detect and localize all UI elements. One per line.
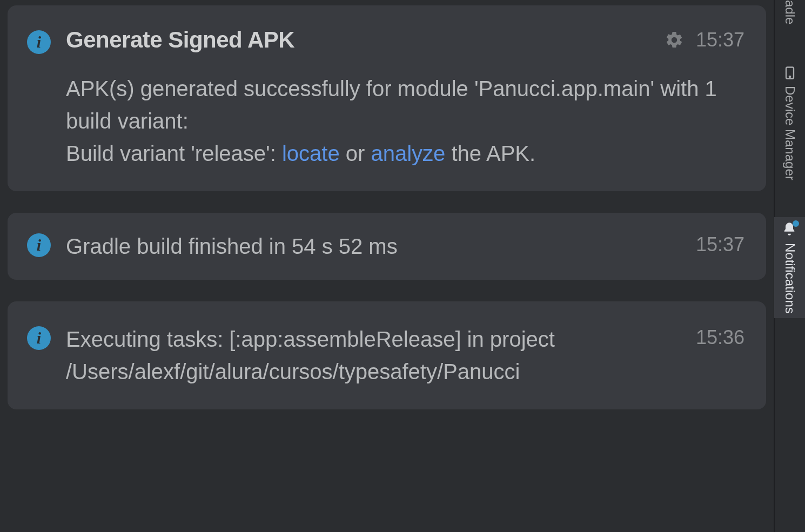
notification-card: i Executing tasks: [:app:assembleRelease… (8, 301, 766, 409)
notification-dot (793, 220, 799, 227)
notification-card: i Gradle build finished in 54 s 52 ms 15… (8, 213, 766, 280)
tab-label: adle (782, 0, 797, 24)
notification-title: Generate Signed APK (66, 27, 653, 53)
gear-icon[interactable] (663, 29, 685, 51)
message-text: the APK. (445, 142, 535, 165)
bell-icon (782, 221, 798, 238)
device-icon (782, 65, 797, 80)
tab-label: Device Manager (782, 86, 797, 180)
notification-message: Executing tasks: [:app:assembleRelease] … (66, 323, 685, 388)
notification-body: Generate Signed APK 15:37 APK(s) generat… (66, 27, 744, 170)
notification-time: 15:37 (696, 230, 744, 256)
info-icon: i (27, 30, 51, 54)
sidebar-tab-gradle[interactable]: adle (775, 0, 805, 29)
notification-time: 15:37 (696, 29, 744, 51)
tab-label: Notifications (782, 243, 797, 314)
info-icon: i (27, 326, 51, 350)
message-text: or (340, 142, 371, 165)
notification-body: Executing tasks: [:app:assembleRelease] … (66, 323, 744, 388)
notification-header: Generate Signed APK 15:37 (66, 27, 744, 53)
sidebar-tab-device-manager[interactable]: Device Manager (775, 61, 805, 185)
info-icon: i (27, 233, 51, 257)
locate-link[interactable]: locate (282, 142, 340, 165)
notification-message: APK(s) generated successfully for module… (66, 72, 744, 170)
notification-icon-col: i (27, 27, 51, 54)
notifications-panel: i Generate Signed APK 15:37 APK(s) gener… (0, 0, 774, 532)
notification-message: Gradle build finished in 54 s 52 ms (66, 230, 685, 262)
notification-header: Gradle build finished in 54 s 52 ms 15:3… (66, 230, 744, 262)
analyze-link[interactable]: analyze (371, 142, 445, 165)
notification-header: Executing tasks: [:app:assembleRelease] … (66, 323, 744, 388)
notification-card: i Generate Signed APK 15:37 APK(s) gener… (8, 5, 766, 191)
sidebar-tab-notifications[interactable]: Notifications (774, 217, 805, 318)
svg-point-1 (789, 76, 790, 77)
notification-time: 15:36 (696, 323, 744, 349)
notification-icon-col: i (27, 230, 51, 257)
notification-body: Gradle build finished in 54 s 52 ms 15:3… (66, 230, 744, 262)
right-sidebar: adle Device Manager Notifications (774, 0, 805, 532)
notification-icon-col: i (27, 323, 51, 350)
